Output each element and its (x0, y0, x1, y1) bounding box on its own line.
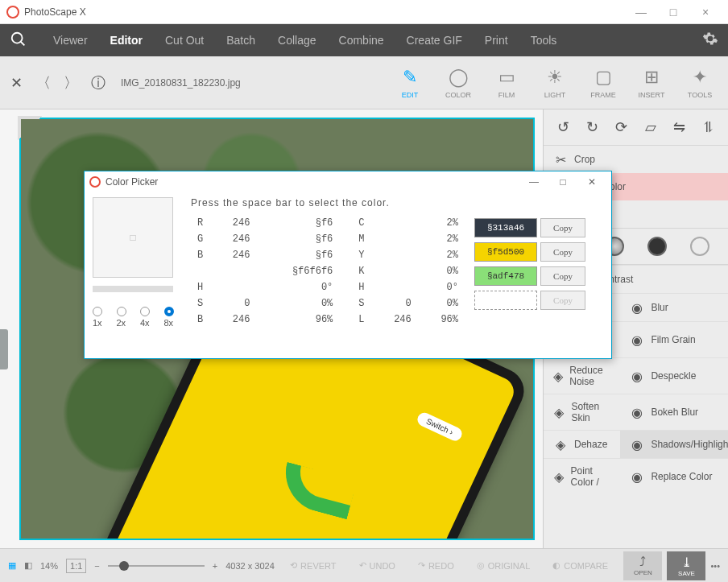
picker-instruction: Press the space bar to select the color. (191, 197, 465, 208)
menu-viewer[interactable]: Viewer (42, 24, 99, 56)
adjust-bokeh-blur[interactable]: ◉Bokeh Blur (620, 394, 728, 430)
menu-collage[interactable]: Collage (267, 24, 327, 56)
menu-print[interactable]: Print (474, 24, 519, 56)
top-tool-light[interactable]: ☀LIGHT (533, 60, 577, 106)
zoom-radio-2x[interactable]: 2x (117, 307, 134, 328)
top-tool-insert[interactable]: ⊞INSERT (630, 60, 673, 106)
zoom-radio-4x[interactable]: 4x (140, 307, 158, 328)
original-button[interactable]: ◎ORIGINAL (477, 560, 531, 571)
color-picker-titlebar[interactable]: Color Picker — □ ✕ (85, 171, 611, 192)
open-button[interactable]: ⤴OPEN (623, 551, 662, 580)
adjust-reduce-noise[interactable]: ◈Reduce Noise (544, 357, 620, 394)
color-icon: ◯ (449, 67, 469, 88)
adjust-icon: ◈ (553, 437, 568, 452)
adjust-blur[interactable]: ◉Blur (620, 293, 728, 321)
light-icon: ☀ (547, 67, 563, 88)
more-button[interactable]: ••• (710, 561, 720, 571)
adjust-icon: ◉ (630, 369, 644, 383)
save-button[interactable]: ⤓SAVE (667, 551, 705, 580)
adjust-point-color-[interactable]: ◈Point Color / (544, 458, 620, 494)
menu-cutout[interactable]: Cut Out (154, 24, 215, 56)
color-picker-window[interactable]: Color Picker — □ ✕ □ 1x 2x 4x 8x Press t… (84, 171, 612, 359)
redo-button[interactable]: ↷REDO (418, 560, 454, 571)
adjust-icon: ◉ (630, 437, 644, 452)
picker-close-button[interactable]: ✕ (577, 176, 606, 188)
next-image-button[interactable]: 〉 (61, 73, 81, 93)
settings-gear-icon[interactable] (702, 31, 718, 50)
crop-icon: ✂ (553, 152, 568, 167)
search-icon[interactable] (10, 31, 29, 50)
picker-preview-box: □ (93, 197, 173, 278)
svg-line-1 (21, 42, 25, 46)
top-tool-film[interactable]: ▭FILM (485, 60, 528, 106)
grid-toggle-icon[interactable]: ▦ (8, 560, 16, 571)
phone-button-pill: Switch › (415, 411, 464, 444)
undo-button[interactable]: ↶UNDO (359, 560, 395, 571)
close-file-button[interactable]: ✕ (6, 73, 26, 93)
insert-icon: ⊞ (644, 67, 659, 88)
picker-title-text: Color Picker (105, 176, 158, 188)
editor-toolbar: ✕ 〈 〉 ⓘ IMG_20180831_182230.jpg ✎EDIT◯CO… (0, 56, 728, 109)
prev-image-button[interactable]: 〈 (34, 73, 53, 93)
adjust-dehaze[interactable]: ◈Dehaze (544, 430, 620, 458)
rotate-angle-icon[interactable]: ⟳ (610, 116, 632, 138)
fit-1to1-button[interactable]: 1:1 (66, 559, 86, 573)
filename-label: IMG_20180831_182230.jpg (121, 77, 241, 89)
adjust-shadows-highlights[interactable]: ◉Shadows/Highlights (620, 430, 728, 458)
left-panel-handle[interactable] (0, 329, 8, 369)
flip-h-icon[interactable]: ⇋ (668, 116, 691, 138)
filter-circle-3[interactable] (647, 237, 667, 256)
file-info-icon[interactable]: ⓘ (89, 73, 108, 93)
menu-batch[interactable]: Batch (215, 24, 267, 56)
picker-zoom-radios: 1x 2x 4x 8x (93, 307, 181, 328)
zoom-slider[interactable] (108, 565, 205, 567)
flip-v-icon[interactable]: ⥮ (697, 116, 720, 138)
app-title: PhotoScape X (24, 6, 625, 18)
zoom-in-button[interactable]: + (213, 561, 217, 571)
picker-minimize-button[interactable]: — (519, 176, 548, 188)
menu-combine[interactable]: Combine (328, 24, 395, 56)
adjust-despeckle[interactable]: ◉Despeckle (620, 357, 728, 394)
revert-button[interactable]: ⟲REVERT (290, 560, 336, 571)
top-tool-edit[interactable]: ✎EDIT (388, 60, 432, 106)
picker-values-table: R246§f6 C2%G246§f6 M2%B246§f6 Y2%§f6f6f6… (191, 215, 465, 328)
adjust-replace-color[interactable]: ◉Replace Color (620, 458, 728, 494)
crop-tool[interactable]: ✂Crop (544, 146, 728, 173)
adjust-icon: ◉ (630, 405, 644, 419)
adjust-soften-skin[interactable]: ◈Soften Skin (544, 394, 620, 430)
adjust-film-grain[interactable]: ◉Film Grain (620, 321, 728, 357)
filter-circle-4[interactable] (690, 237, 709, 256)
picker-maximize-button[interactable]: □ (548, 176, 577, 188)
copy-swatch-1-button[interactable]: Copy (540, 242, 585, 262)
edit-icon: ✎ (403, 67, 417, 88)
window-minimize-button[interactable]: — (625, 4, 657, 20)
menu-creategif[interactable]: Create GIF (395, 24, 474, 56)
rotate-left-icon[interactable]: ↺ (552, 116, 574, 138)
window-maximize-button[interactable]: □ (657, 4, 689, 20)
zoom-out-button[interactable]: − (94, 561, 99, 571)
adjust-icon: ◉ (630, 300, 644, 315)
status-bar: ▦ ◧ 14% 1:1 − + 4032 x 3024 ⟲REVERT ↶UND… (0, 548, 728, 582)
top-tool-tools[interactable]: ✦TOOLS (678, 60, 722, 106)
compare-button[interactable]: ◐COMPARE (552, 560, 608, 571)
copy-swatch-2-button[interactable]: Copy (540, 266, 585, 286)
main-menubar: Viewer Editor Cut Out Batch Collage Comb… (0, 24, 728, 56)
tools-icon: ✦ (693, 67, 707, 88)
compare-split-icon[interactable]: ◧ (24, 560, 32, 571)
zoom-radio-1x[interactable]: 1x (93, 307, 110, 328)
copy-swatch-0-button[interactable]: Copy (540, 218, 585, 237)
adjust-icon: ◉ (630, 469, 644, 484)
top-tool-color[interactable]: ◯COLOR (436, 60, 480, 106)
window-close-button[interactable]: × (689, 4, 722, 20)
menu-tools[interactable]: Tools (519, 24, 569, 56)
copy-swatch-empty-button: Copy (540, 291, 585, 310)
menu-editor[interactable]: Editor (99, 24, 154, 56)
top-tool-frame[interactable]: ▢FRAME (581, 60, 625, 106)
picker-zoom-slider[interactable] (93, 286, 173, 292)
app-logo-icon (6, 6, 19, 19)
zoom-percent[interactable]: 14% (40, 561, 58, 571)
zoom-radio-8x[interactable]: 8x (164, 307, 182, 328)
straighten-icon[interactable]: ▱ (639, 116, 662, 138)
swatch-0: §313a46 (474, 218, 537, 237)
rotate-right-icon[interactable]: ↻ (581, 116, 603, 138)
